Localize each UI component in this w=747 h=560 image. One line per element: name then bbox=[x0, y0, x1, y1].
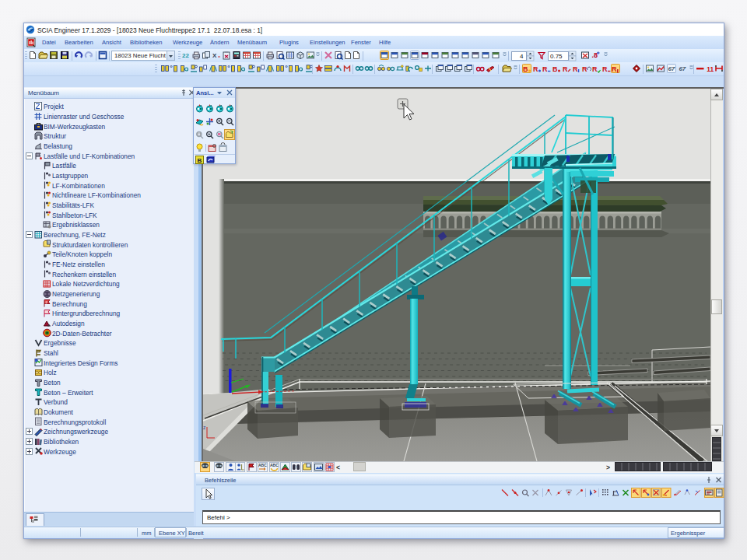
svg-text:R: R bbox=[592, 65, 598, 73]
svg-text:B: B bbox=[552, 65, 558, 73]
svg-text:X: X bbox=[212, 52, 217, 59]
svg-text:R: R bbox=[573, 65, 578, 73]
svg-text:B: B bbox=[523, 65, 528, 73]
svg-text:67: 67 bbox=[668, 65, 675, 72]
svg-text:ABC: ABC bbox=[258, 463, 267, 467]
svg-text:R: R bbox=[602, 65, 608, 73]
svg-text:R: R bbox=[582, 65, 587, 73]
svg-text:R: R bbox=[533, 65, 538, 73]
svg-text:o: o bbox=[228, 64, 230, 68]
svg-text:R: R bbox=[542, 65, 548, 73]
svg-text:o: o bbox=[285, 64, 287, 68]
svg-text:R: R bbox=[612, 65, 617, 73]
svg-text:11: 11 bbox=[707, 65, 714, 73]
svg-text:B: B bbox=[198, 157, 202, 164]
svg-text:z: z bbox=[203, 425, 205, 430]
svg-text:67: 67 bbox=[679, 65, 686, 72]
svg-text:o: o bbox=[170, 64, 173, 68]
svg-text:ABC: ABC bbox=[270, 463, 279, 467]
svg-text:22: 22 bbox=[182, 52, 189, 59]
svg-text:.8: .8 bbox=[592, 51, 598, 59]
svg-text:R: R bbox=[563, 65, 568, 73]
